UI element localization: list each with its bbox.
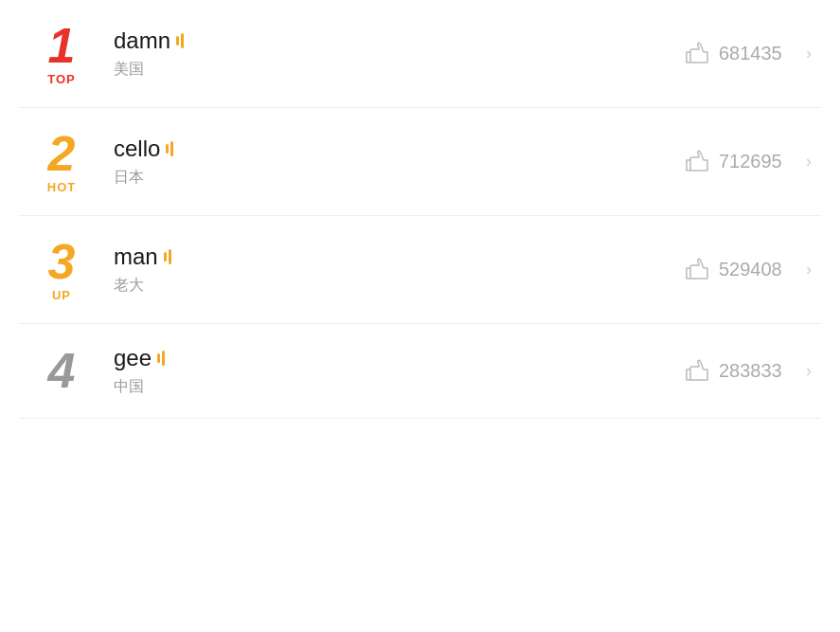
rank-badge-2: 2 HOT bbox=[19, 129, 104, 194]
like-icon-3 bbox=[683, 256, 711, 284]
item-subtitle-2: 日本 bbox=[114, 168, 683, 188]
like-count-2: 712695 bbox=[719, 151, 795, 172]
ranking-list: 1 TOP damn 美国 681435 › 2 HOT cel bbox=[0, 0, 840, 419]
list-item[interactable]: 2 HOT cello 日本 712695 › bbox=[19, 108, 821, 216]
item-right-1: 681435 › bbox=[683, 40, 812, 68]
rank-number-2: 2 bbox=[48, 129, 76, 178]
sound-icon-3[interactable] bbox=[164, 249, 171, 264]
list-item[interactable]: 4 gee 中国 283833 › bbox=[19, 324, 821, 419]
rank-badge-4: 4 bbox=[19, 346, 104, 397]
item-info-2: cello 日本 bbox=[104, 135, 683, 188]
like-count-1: 681435 bbox=[719, 43, 795, 64]
rank-label-1: TOP bbox=[47, 72, 76, 86]
item-info-3: man 老大 bbox=[104, 244, 683, 296]
item-subtitle-1: 美国 bbox=[114, 60, 683, 80]
item-right-2: 712695 › bbox=[683, 148, 812, 176]
item-name-row-4: gee bbox=[114, 345, 683, 371]
rank-number-1: 1 bbox=[48, 21, 76, 70]
item-name-row-3: man bbox=[114, 244, 683, 270]
list-item[interactable]: 3 UP man 老大 529408 › bbox=[19, 216, 821, 324]
sound-icon-1[interactable] bbox=[176, 33, 184, 48]
rank-number-4: 4 bbox=[48, 346, 76, 395]
rank-number-3: 3 bbox=[48, 237, 76, 286]
item-name-1: damn bbox=[114, 27, 170, 54]
item-subtitle-3: 老大 bbox=[114, 276, 683, 296]
like-count-3: 529408 bbox=[719, 259, 795, 280]
list-item[interactable]: 1 TOP damn 美国 681435 › bbox=[19, 0, 821, 108]
item-right-3: 529408 › bbox=[683, 256, 812, 284]
item-name-row-2: cello bbox=[114, 135, 683, 162]
item-info-1: damn 美国 bbox=[104, 27, 683, 80]
chevron-icon-2: › bbox=[806, 152, 812, 172]
item-name-row-1: damn bbox=[114, 27, 683, 54]
like-count-4: 283833 bbox=[719, 360, 795, 382]
like-icon-4 bbox=[683, 357, 711, 386]
sound-icon-4[interactable] bbox=[157, 351, 165, 366]
chevron-icon-3: › bbox=[806, 260, 812, 280]
rank-label-3: UP bbox=[52, 288, 71, 302]
like-icon-2 bbox=[683, 148, 711, 176]
sound-icon-2[interactable] bbox=[166, 141, 173, 156]
item-subtitle-4: 中国 bbox=[114, 377, 683, 397]
like-icon-1 bbox=[683, 40, 711, 68]
chevron-icon-4: › bbox=[806, 361, 812, 381]
rank-badge-3: 3 UP bbox=[19, 237, 104, 302]
rank-badge-1: 1 TOP bbox=[19, 21, 104, 86]
chevron-icon-1: › bbox=[806, 44, 812, 63]
item-name-4: gee bbox=[114, 345, 152, 371]
item-name-3: man bbox=[114, 244, 158, 270]
item-name-2: cello bbox=[114, 135, 160, 162]
item-info-4: gee 中国 bbox=[104, 345, 683, 397]
rank-label-2: HOT bbox=[47, 180, 76, 194]
item-right-4: 283833 › bbox=[683, 357, 812, 386]
